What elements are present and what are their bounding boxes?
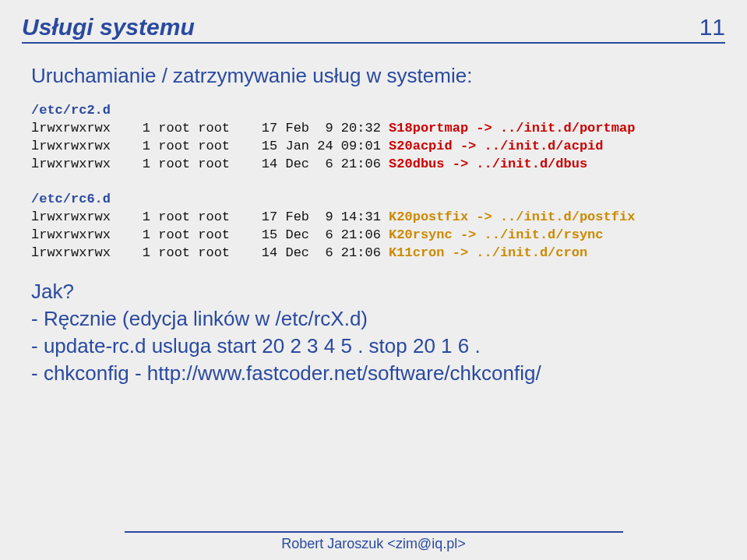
service-link: S20acpid -> ../init.d/acpid [389, 139, 603, 153]
code-block-rc6: /etc/rc6.d lrwxrwxrwx 1 root root 17 Feb… [31, 191, 725, 262]
footer-text: Robert Jaroszuk <zim@iq.pl> [0, 536, 747, 552]
section-heading: Uruchamianie / zatrzymywanie usług w sys… [31, 64, 725, 88]
slide: Usługi systemu 11 Uruchamianie / zatrzym… [0, 0, 747, 560]
service-link: K20postfix -> ../init.d/postfix [389, 210, 635, 224]
list-question: Jak? [31, 278, 725, 305]
code-line: lrwxrwxrwx 1 root root 15 Jan 24 09:01 S… [31, 139, 604, 153]
service-link: S18portmap -> ../init.d/portmap [389, 121, 635, 136]
list-item: - update-rc.d usluga start 20 2 3 4 5 . … [31, 333, 725, 360]
footer-rule [125, 531, 623, 533]
code-line: lrwxrwxrwx 1 root root 14 Dec 6 21:06 S2… [31, 157, 587, 171]
list-item: - Ręcznie (edycja linków w /etc/rcX.d) [31, 305, 725, 333]
path-rc6: /etc/rc6.d [31, 192, 111, 206]
slide-title: Usługi systemu [22, 14, 195, 41]
service-link: K20rsync -> ../init.d/rsync [389, 227, 603, 242]
service-link: K11cron -> ../init.d/cron [389, 245, 587, 260]
code-block-rc2: /etc/rc2.d lrwxrwxrwx 1 root root 17 Feb… [31, 102, 725, 174]
code-line: lrwxrwxrwx 1 root root 14 Dec 6 21:06 K1… [31, 245, 587, 260]
page-number: 11 [699, 14, 725, 41]
code-line: lrwxrwxrwx 1 root root 17 Feb 9 20:32 S1… [31, 121, 635, 136]
code-line: lrwxrwxrwx 1 root root 15 Dec 6 21:06 K2… [31, 227, 604, 242]
slide-footer: Robert Jaroszuk <zim@iq.pl> [0, 531, 747, 552]
list-item: - chkconfig - http://www.fastcoder.net/s… [31, 360, 725, 387]
body-list: Jak? - Ręcznie (edycja linków w /etc/rcX… [31, 278, 725, 387]
path-rc2: /etc/rc2.d [31, 103, 111, 118]
code-line: lrwxrwxrwx 1 root root 17 Feb 9 14:31 K2… [31, 210, 635, 224]
spacer [22, 174, 725, 191]
slide-header: Usługi systemu 11 [22, 14, 725, 44]
service-link: S20dbus -> ../init.d/dbus [389, 157, 587, 171]
